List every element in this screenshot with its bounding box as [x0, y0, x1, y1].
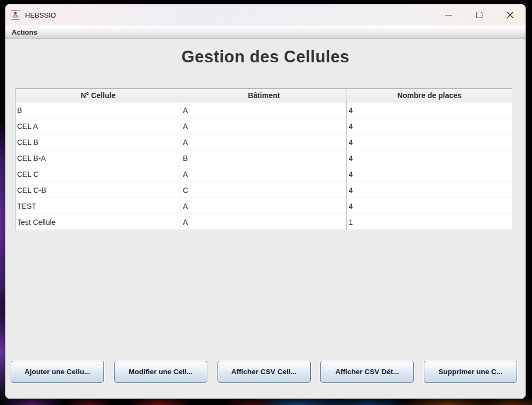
table-cell[interactable]: B	[181, 150, 347, 166]
table-row[interactable]: CEL CA4	[15, 166, 512, 182]
action-buttons: Ajouter une Cellu...Modifier une Cell...…	[11, 361, 517, 383]
desktop: HEBSSIO Actions Ge	[0, 0, 532, 405]
table-cell[interactable]: 4	[347, 102, 512, 118]
table-cell[interactable]: 4	[347, 134, 512, 150]
table-cell[interactable]: A	[181, 198, 347, 214]
table-header-row: N° CelluleBâtimentNombre de places	[15, 89, 512, 102]
app-window: HEBSSIO Actions Ge	[5, 4, 526, 399]
table-cell[interactable]: 1	[347, 214, 512, 230]
table-row[interactable]: TESTA4	[15, 198, 512, 214]
cells-table-wrapper: N° CelluleBâtimentNombre de places BA4CE…	[15, 88, 512, 230]
table-row[interactable]: CEL B-AB4	[15, 150, 512, 166]
java-app-icon	[11, 10, 20, 20]
table-cell[interactable]: A	[181, 134, 347, 150]
show-csv-cells-button[interactable]: Afficher CSV Cell...	[217, 361, 311, 383]
table-cell[interactable]: Test Cellule	[15, 214, 181, 230]
table-row[interactable]: Test CelluleA1	[15, 214, 512, 230]
cells-table: N° CelluleBâtimentNombre de places BA4CE…	[15, 88, 512, 230]
table-cell[interactable]: A	[181, 214, 347, 230]
close-button[interactable]	[495, 4, 526, 26]
table-cell[interactable]: CEL A	[15, 118, 181, 134]
add-cell-button[interactable]: Ajouter une Cellu...	[11, 361, 104, 383]
show-csv-details-button[interactable]: Afficher CSV Dét...	[320, 361, 414, 383]
table-cell[interactable]: A	[181, 118, 347, 134]
table-row[interactable]: CEL AA4	[15, 118, 512, 134]
table-cell[interactable]: 4	[347, 166, 512, 182]
minimize-button[interactable]	[433, 4, 464, 26]
table-cell[interactable]: B	[15, 102, 181, 118]
table-cell[interactable]: 4	[347, 198, 512, 214]
table-row[interactable]: CEL C-BC4	[15, 182, 512, 198]
content-area: Gestion des Cellules N° CelluleBâtimentN…	[5, 39, 526, 399]
table-cell[interactable]: TEST	[15, 198, 181, 214]
table-cell[interactable]: 4	[347, 118, 512, 134]
table-cell[interactable]: CEL C	[15, 166, 181, 182]
table-cell[interactable]: A	[181, 166, 347, 182]
table-cell[interactable]: 4	[347, 150, 512, 166]
edit-cell-button[interactable]: Modifier une Cell...	[114, 361, 207, 383]
maximize-icon	[476, 12, 482, 18]
window-title: HEBSSIO	[25, 11, 56, 19]
delete-cell-button[interactable]: Supprimer une C...	[424, 361, 517, 383]
page-title: Gestion des Cellules	[5, 47, 526, 67]
window-titlebar: HEBSSIO	[5, 4, 526, 26]
column-header[interactable]: N° Cellule	[15, 89, 181, 102]
table-cell[interactable]: CEL B	[15, 134, 181, 150]
table-cell[interactable]: 4	[347, 182, 512, 198]
column-header[interactable]: Bâtiment	[181, 89, 347, 102]
menu-bar: Actions	[5, 26, 526, 39]
table-cell[interactable]: C	[181, 182, 347, 198]
window-controls	[433, 4, 526, 26]
maximize-button[interactable]	[464, 4, 495, 26]
table-cell[interactable]: CEL C-B	[15, 182, 181, 198]
table-row[interactable]: BA4	[15, 102, 512, 118]
close-icon	[506, 11, 514, 19]
table-cell[interactable]: A	[181, 102, 347, 118]
table-row[interactable]: CEL BA4	[15, 134, 512, 150]
minimize-icon	[445, 15, 452, 15]
menu-actions[interactable]: Actions	[5, 26, 44, 39]
table-cell[interactable]: CEL B-A	[15, 150, 181, 166]
column-header[interactable]: Nombre de places	[347, 89, 512, 102]
